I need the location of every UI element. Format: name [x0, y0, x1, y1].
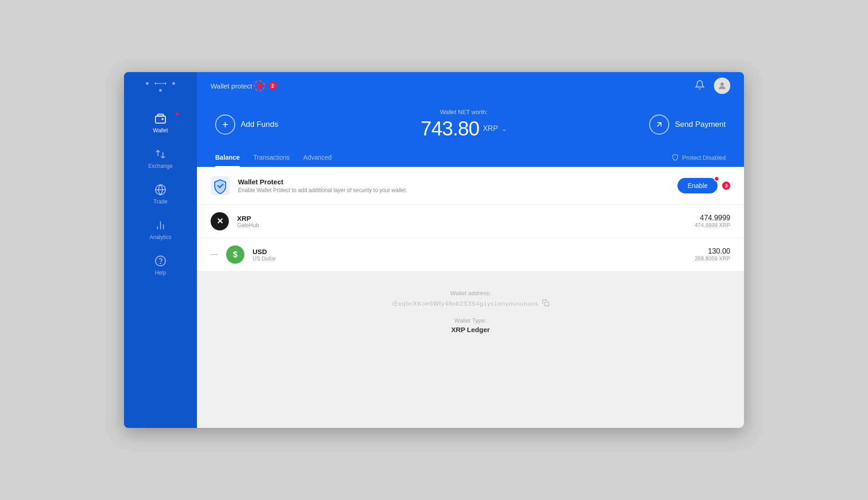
- wallet-protect-text: Wallet protect: [211, 82, 252, 90]
- enable-badge-3: 3: [722, 182, 730, 190]
- topbar-title: Wallet protect 2: [211, 82, 277, 90]
- user-avatar[interactable]: [714, 78, 730, 94]
- trade-icon: [155, 184, 166, 196]
- wallet-protect-title: Wallet Protect: [238, 178, 407, 186]
- svg-point-1: [155, 83, 156, 85]
- wallet-type-value: XRP Ledger: [211, 326, 730, 333]
- copy-address-icon[interactable]: [542, 299, 549, 308]
- net-worth-amount: 743.80: [421, 117, 480, 140]
- svg-point-9: [155, 256, 165, 266]
- sidebar-item-wallet[interactable]: Wallet: [124, 105, 197, 141]
- sidebar-item-help[interactable]: Help: [124, 248, 197, 283]
- analytics-icon: [155, 219, 166, 231]
- tabs: Balance Transactions Advanced: [215, 154, 332, 167]
- app-logo: [146, 81, 175, 92]
- currency-dropdown-icon[interactable]: ⌄: [501, 125, 507, 132]
- wallet-address-text: rEeqbcXKoe6Wty48nb2S3S4g1ys1enynunuhuns: [392, 300, 538, 307]
- topbar: Wallet protect 2: [197, 72, 744, 99]
- wallet-address-value: rEeqbcXKoe6Wty48nb2S3S4g1ys1enynunuhuns: [211, 299, 730, 308]
- usd-provider: US Dollar: [253, 255, 276, 262]
- add-funds-label: Add Funds: [241, 120, 278, 129]
- tab-transactions[interactable]: Transactions: [253, 154, 290, 167]
- asset-row-xrp: ✕ XRP GateHub 474.9999 474.9999 XRP: [197, 205, 744, 238]
- wallet-protect-banner: Wallet Protect Enable Wallet Protect to …: [197, 167, 744, 205]
- wallet-info-section: Wallet address: rEeqbcXKoe6Wty48nb2S3S4g…: [197, 271, 744, 352]
- usd-amounts: 130.00 268.8059 XRP: [695, 247, 730, 262]
- sidebar: Wallet Exchange Trade: [124, 72, 197, 428]
- net-worth-label: Wallet NET worth:: [421, 109, 507, 115]
- net-worth-currency: XRP: [483, 125, 498, 133]
- usd-info: USD US Dollar: [253, 248, 276, 262]
- wallet-protect-text-block: Wallet Protect Enable Wallet Protect to …: [238, 178, 407, 193]
- bell-icon[interactable]: [695, 80, 705, 92]
- sidebar-item-analytics-label: Analytics: [150, 234, 171, 240]
- enable-button-dot: [714, 176, 719, 182]
- topbar-badge: 2: [269, 82, 277, 90]
- enable-wallet-protect-button[interactable]: Enable: [677, 178, 718, 193]
- topbar-right: [695, 78, 730, 94]
- asset-row-usd: $ USD US Dollar 130.00 268.8059 XRP: [197, 238, 744, 271]
- usd-separator-icon: [211, 254, 218, 255]
- xrp-name: XRP: [237, 214, 259, 222]
- usd-icon: $: [226, 245, 244, 264]
- usd-name: USD: [253, 248, 276, 255]
- app-container: Wallet Exchange Trade: [124, 72, 744, 428]
- protect-status: Protect Disabled: [672, 154, 726, 167]
- sidebar-item-exchange-label: Exchange: [148, 163, 172, 169]
- tab-advanced[interactable]: Advanced: [303, 154, 331, 167]
- xrp-amounts: 474.9999 474.9999 XRP: [695, 214, 730, 229]
- send-payment-circle-icon: [649, 115, 669, 135]
- svg-point-2: [165, 83, 166, 85]
- main-content: Wallet protect 2: [197, 72, 744, 428]
- protect-status-text: Protect Disabled: [682, 154, 726, 161]
- svg-rect-3: [155, 116, 165, 123]
- topbar-wp-dot: [257, 83, 262, 89]
- xrp-icon: ✕: [211, 212, 229, 230]
- wallet-protect-shield-icon: [211, 176, 230, 195]
- net-worth-value: 743.80 XRP ⌄: [421, 117, 507, 140]
- wallet-protect-description: Enable Wallet Protect to add additional …: [238, 187, 407, 193]
- xrp-amount-secondary: 474.9999 XRP: [695, 222, 730, 229]
- wallet-notification-dot: [175, 112, 180, 116]
- sidebar-item-analytics[interactable]: Analytics: [124, 212, 197, 248]
- wallet-address-label: Wallet address:: [211, 290, 730, 297]
- protect-shield-icon: [672, 154, 679, 161]
- add-funds-button[interactable]: + Add Funds: [215, 115, 278, 135]
- content-area: Wallet Protect Enable Wallet Protect to …: [197, 167, 744, 428]
- add-funds-circle-icon: +: [215, 115, 235, 135]
- sidebar-item-help-label: Help: [155, 270, 166, 276]
- sidebar-item-exchange[interactable]: Exchange: [124, 141, 197, 177]
- help-icon: [155, 255, 166, 267]
- xrp-amount-primary: 474.9999: [695, 214, 730, 222]
- tabs-bar: Balance Transactions Advanced Protect Di…: [197, 145, 744, 167]
- sidebar-nav: Wallet Exchange Trade: [124, 105, 197, 283]
- xrp-info: XRP GateHub: [237, 214, 259, 229]
- svg-rect-14: [545, 302, 549, 306]
- exchange-icon: [155, 148, 166, 160]
- net-worth-section: Wallet NET worth: 743.80 XRP ⌄: [421, 109, 507, 140]
- tab-balance[interactable]: Balance: [215, 154, 240, 167]
- xrp-provider: GateHub: [237, 222, 259, 229]
- sidebar-item-wallet-label: Wallet: [153, 127, 168, 134]
- wallet-type-label: Wallet Type:: [211, 317, 730, 324]
- wp-dot-ring: [254, 80, 265, 91]
- hero-section: + Add Funds Wallet NET worth: 743.80 XRP…: [197, 99, 744, 140]
- send-payment-button[interactable]: Send Payment: [649, 115, 726, 135]
- sidebar-item-trade[interactable]: Trade: [124, 177, 197, 212]
- send-payment-label: Send Payment: [675, 120, 726, 129]
- sidebar-logo-area: [124, 81, 197, 92]
- usd-amount-primary: 130.00: [695, 247, 730, 255]
- sidebar-item-trade-label: Trade: [154, 198, 168, 205]
- svg-point-11: [720, 83, 723, 86]
- svg-line-12: [657, 122, 661, 126]
- usd-amount-secondary: 268.8059 XRP: [695, 255, 730, 262]
- wallet-icon: [155, 113, 166, 125]
